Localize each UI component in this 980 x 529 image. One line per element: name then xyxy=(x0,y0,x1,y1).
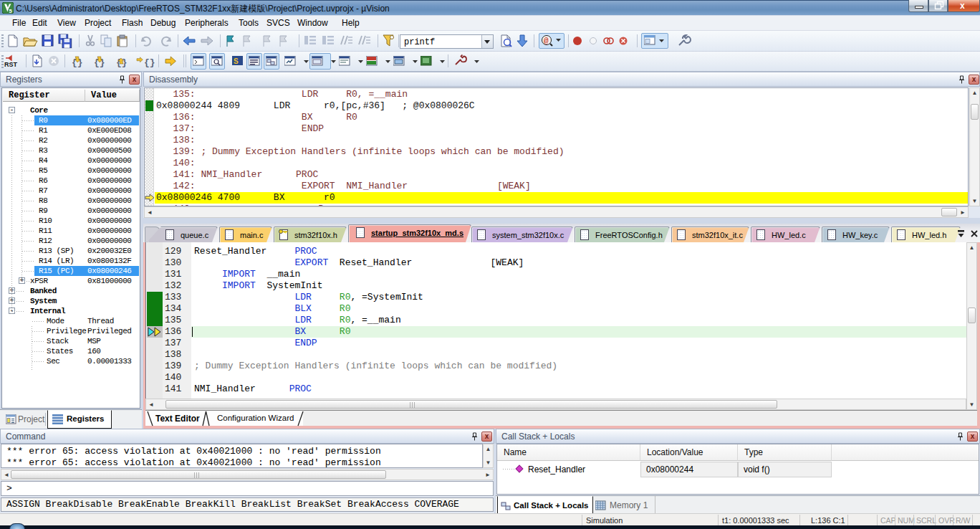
svg-text:S: S xyxy=(234,57,239,65)
svg-text:{}: {} xyxy=(144,57,155,68)
svg-text:RST: RST xyxy=(4,61,18,68)
svg-text:@: @ xyxy=(544,37,549,45)
svg-text:5: 5 xyxy=(9,8,12,14)
